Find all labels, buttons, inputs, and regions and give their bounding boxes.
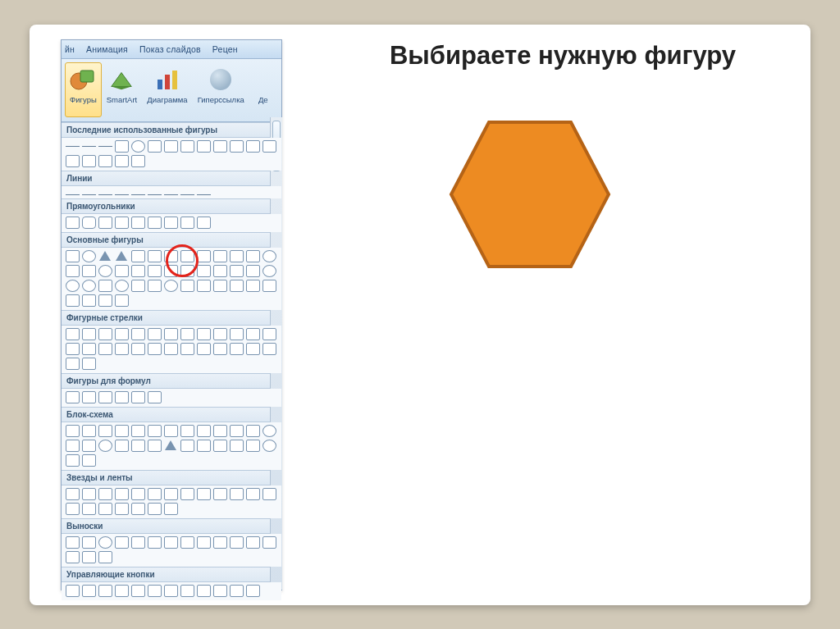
flow-icon[interactable] bbox=[98, 440, 112, 452]
line-icon[interactable] bbox=[98, 146, 112, 147]
shape-icon[interactable] bbox=[246, 140, 260, 153]
shape-icon[interactable] bbox=[66, 294, 80, 307]
arrow-icon[interactable] bbox=[230, 328, 244, 340]
star-icon[interactable] bbox=[98, 488, 112, 500]
actionbtn-icon[interactable] bbox=[66, 585, 80, 597]
shape-icon[interactable] bbox=[230, 265, 244, 277]
rect-icon[interactable] bbox=[98, 217, 112, 229]
flow-icon[interactable] bbox=[148, 440, 162, 452]
star-icon[interactable] bbox=[131, 503, 145, 515]
flow-icon[interactable] bbox=[131, 440, 145, 452]
shape-icon[interactable] bbox=[262, 250, 276, 262]
shape-icon[interactable] bbox=[82, 280, 96, 292]
star-icon[interactable] bbox=[66, 503, 80, 515]
line-icon[interactable] bbox=[66, 194, 80, 195]
notequal-icon[interactable] bbox=[148, 391, 162, 403]
shape-icon[interactable] bbox=[164, 265, 178, 277]
shape-icon[interactable] bbox=[197, 265, 211, 277]
shape-icon[interactable] bbox=[180, 140, 194, 153]
flow-icon[interactable] bbox=[246, 425, 260, 437]
actionbtn-icon[interactable] bbox=[115, 585, 129, 597]
star-icon[interactable] bbox=[148, 488, 162, 500]
shape-icon[interactable] bbox=[115, 294, 129, 307]
flow-icon[interactable] bbox=[262, 440, 276, 452]
arrow-icon[interactable] bbox=[262, 328, 276, 340]
star-icon[interactable] bbox=[213, 488, 227, 500]
callout-icon[interactable] bbox=[131, 536, 145, 549]
flow-icon[interactable] bbox=[246, 440, 260, 452]
shape-icon[interactable] bbox=[230, 140, 244, 153]
smartart-button[interactable]: SmartArt bbox=[102, 62, 142, 117]
actionbtn-icon[interactable] bbox=[197, 585, 211, 597]
star-icon[interactable] bbox=[197, 488, 211, 500]
callout-icon[interactable] bbox=[180, 536, 194, 549]
flow-icon[interactable] bbox=[230, 440, 244, 452]
triangle-icon[interactable] bbox=[98, 250, 112, 262]
shape-icon[interactable] bbox=[197, 140, 211, 153]
callout-icon[interactable] bbox=[213, 536, 227, 549]
star-icon[interactable] bbox=[115, 503, 129, 515]
line-icon[interactable] bbox=[180, 194, 194, 195]
actionbtn-icon[interactable] bbox=[246, 585, 260, 597]
flow-icon[interactable] bbox=[262, 425, 276, 437]
star-icon[interactable] bbox=[164, 488, 178, 500]
arrow-icon[interactable] bbox=[66, 343, 80, 355]
rect-icon[interactable] bbox=[148, 217, 162, 229]
shape-icon[interactable] bbox=[115, 265, 129, 277]
arrow-icon[interactable] bbox=[82, 343, 96, 355]
line-icon[interactable] bbox=[82, 146, 96, 147]
star-icon[interactable] bbox=[180, 488, 194, 500]
shape-icon[interactable] bbox=[131, 265, 145, 277]
line-icon[interactable] bbox=[197, 194, 211, 195]
tab-design[interactable]: йн bbox=[65, 44, 75, 54]
triangle-icon[interactable] bbox=[115, 250, 129, 262]
flow-icon[interactable] bbox=[66, 440, 80, 452]
callout-icon[interactable] bbox=[66, 536, 80, 549]
callout-icon[interactable] bbox=[262, 536, 276, 549]
shape-icon[interactable] bbox=[180, 265, 194, 277]
shape-icon[interactable] bbox=[262, 265, 276, 277]
rect-icon[interactable] bbox=[164, 217, 178, 229]
actionbtn-icon[interactable] bbox=[164, 585, 178, 597]
arrow-icon[interactable] bbox=[197, 343, 211, 355]
divide-icon[interactable] bbox=[115, 391, 129, 403]
callout-icon[interactable] bbox=[82, 551, 96, 563]
arrow-icon[interactable] bbox=[131, 328, 145, 340]
shape-icon[interactable] bbox=[98, 280, 112, 292]
shape-icon[interactable] bbox=[246, 265, 260, 277]
callout-icon[interactable] bbox=[246, 536, 260, 549]
callout-icon[interactable] bbox=[197, 536, 211, 549]
parallelogram-icon[interactable] bbox=[131, 250, 145, 262]
shape-icon[interactable] bbox=[98, 265, 112, 277]
arrow-icon[interactable] bbox=[180, 328, 194, 340]
callout-icon[interactable] bbox=[98, 536, 112, 549]
diamond-icon[interactable] bbox=[164, 250, 178, 262]
flow-icon[interactable] bbox=[82, 454, 96, 467]
callout-icon[interactable] bbox=[66, 551, 80, 563]
line-icon[interactable] bbox=[164, 194, 178, 195]
shape-icon[interactable] bbox=[131, 155, 145, 167]
star-icon[interactable] bbox=[115, 488, 129, 500]
callout-icon[interactable] bbox=[115, 536, 129, 549]
line-icon[interactable] bbox=[131, 194, 145, 195]
shape-icon[interactable] bbox=[82, 294, 96, 307]
arrow-icon[interactable] bbox=[66, 328, 80, 340]
flow-icon[interactable] bbox=[197, 440, 211, 452]
star-icon[interactable] bbox=[230, 488, 244, 500]
flow-icon[interactable] bbox=[115, 440, 129, 452]
actionbtn-icon[interactable] bbox=[148, 585, 162, 597]
rect-icon[interactable] bbox=[115, 140, 129, 153]
hexagon-icon[interactable] bbox=[148, 265, 162, 277]
flow-icon[interactable] bbox=[131, 425, 145, 437]
shape-icon[interactable] bbox=[164, 280, 178, 292]
flow-icon[interactable] bbox=[213, 425, 227, 437]
shape-icon[interactable] bbox=[180, 280, 194, 292]
flow-icon[interactable] bbox=[164, 440, 178, 452]
shape-icon[interactable] bbox=[66, 280, 80, 292]
shape-icon[interactable] bbox=[148, 140, 162, 153]
action-button[interactable]: Де bbox=[249, 62, 277, 117]
actionbtn-icon[interactable] bbox=[230, 585, 244, 597]
arrow-icon[interactable] bbox=[115, 328, 129, 340]
arrow-icon[interactable] bbox=[230, 343, 244, 355]
plus-icon[interactable] bbox=[66, 391, 80, 403]
